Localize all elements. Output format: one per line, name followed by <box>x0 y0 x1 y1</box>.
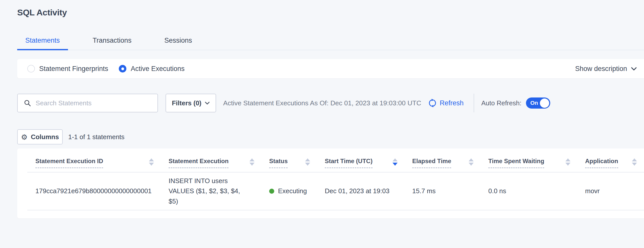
controls-row: Filters (0) Active Statement Executions … <box>17 93 644 113</box>
tab-sessions[interactable]: Sessions <box>156 37 200 50</box>
refresh-button[interactable]: Refresh <box>428 98 464 108</box>
column-header-label[interactable]: Status <box>269 158 288 168</box>
status-label: Executing <box>278 187 307 195</box>
search-box[interactable] <box>17 94 158 112</box>
column-header-status: Status <box>269 158 325 168</box>
toggle-knob[interactable] <box>540 98 549 108</box>
radio-active-executions[interactable]: Active Executions <box>119 65 185 73</box>
cell-start-time: Dec 01, 2023 at 19:03 <box>325 187 412 195</box>
refresh-label: Refresh <box>440 99 464 107</box>
search-input[interactable] <box>36 99 152 107</box>
table-header-row: Statement Execution ID Statement Executi… <box>17 148 644 168</box>
cell-time-spent-waiting: 0.0 ns <box>488 187 585 195</box>
radio-label: Statement Fingerprints <box>39 65 108 73</box>
chevron-down-icon <box>631 67 637 71</box>
cell-status: Executing <box>269 187 325 195</box>
view-radio-group: Statement Fingerprints Active Executions <box>27 65 185 73</box>
column-header-start-time: Start Time (UTC) <box>325 158 412 168</box>
auto-refresh-label: Auto Refresh: <box>481 99 521 107</box>
radio-button-icon[interactable] <box>27 65 35 72</box>
column-header-time-spent-waiting: Time Spent Waiting <box>488 158 585 168</box>
column-header-label[interactable]: Statement Execution ID <box>35 158 103 168</box>
auto-refresh-toggle[interactable]: On <box>526 97 550 109</box>
radio-statement-fingerprints[interactable]: Statement Fingerprints <box>27 65 108 73</box>
status-executing-icon <box>269 189 274 194</box>
columns-label: Columns <box>31 133 59 141</box>
show-description-label: Show description <box>575 65 627 73</box>
tab-transactions[interactable]: Transactions <box>85 37 140 50</box>
row-divider <box>27 210 644 210</box>
column-header-label[interactable]: Application <box>585 158 618 168</box>
column-header-statement-execution: Statement Execution <box>169 158 269 168</box>
sort-button[interactable] <box>149 158 154 166</box>
filters-label: Filters (0) <box>172 99 201 107</box>
radio-label: Active Executions <box>131 65 185 73</box>
column-header-label[interactable]: Start Time (UTC) <box>325 158 373 168</box>
columns-button[interactable]: ⚙ Columns <box>17 129 63 144</box>
cell-execution-id[interactable]: 179cca7921e679b80000000000000001 <box>35 187 169 195</box>
as-of-timestamp: Active Statement Executions As Of: Dec 0… <box>223 99 421 107</box>
column-header-label[interactable]: Elapsed Time <box>412 158 451 168</box>
sort-button[interactable] <box>632 158 637 166</box>
gear-icon: ⚙ <box>21 134 28 141</box>
sort-button[interactable] <box>565 158 570 166</box>
filters-button[interactable]: Filters (0) <box>166 94 216 112</box>
vertical-divider <box>474 94 474 112</box>
view-selector-card: Statement Fingerprints Active Executions… <box>17 59 644 78</box>
cell-elapsed-time: 15.7 ms <box>412 187 488 195</box>
result-count: 1-1 of 1 statements <box>68 133 125 141</box>
sort-button[interactable] <box>305 158 310 166</box>
sort-button[interactable] <box>249 158 255 166</box>
cell-statement[interactable]: INSERT INTO users VALUES ($1, $2, $3, $4… <box>169 176 253 206</box>
column-header-elapsed-time: Elapsed Time <box>412 158 488 168</box>
page-title: SQL Activity <box>17 0 644 17</box>
table-toolbar: ⚙ Columns 1-1 of 1 statements <box>17 129 644 144</box>
column-header-label[interactable]: Statement Execution <box>169 158 228 168</box>
tab-bar: Statements Transactions Sessions <box>17 37 644 50</box>
radio-button-icon[interactable] <box>119 65 126 72</box>
sort-button[interactable] <box>469 158 474 166</box>
sql-activity-page: SQL Activity Statements Transactions Ses… <box>0 0 644 218</box>
show-description-toggle[interactable]: Show description <box>575 65 637 73</box>
sort-button[interactable] <box>393 158 398 166</box>
table-row[interactable]: 179cca7921e679b80000000000000001 INSERT … <box>17 172 644 210</box>
column-header-label[interactable]: Time Spent Waiting <box>488 158 544 168</box>
column-header-application: Application <box>585 158 644 168</box>
tab-statements[interactable]: Statements <box>17 37 68 50</box>
chevron-down-icon <box>205 102 210 105</box>
column-header-statement-execution-id: Statement Execution ID <box>35 158 169 168</box>
cell-application: movr <box>585 187 644 195</box>
refresh-icon <box>428 98 437 108</box>
search-icon <box>24 99 31 107</box>
statements-table: Statement Execution ID Statement Executi… <box>17 148 644 218</box>
toggle-state-label: On <box>530 100 538 106</box>
